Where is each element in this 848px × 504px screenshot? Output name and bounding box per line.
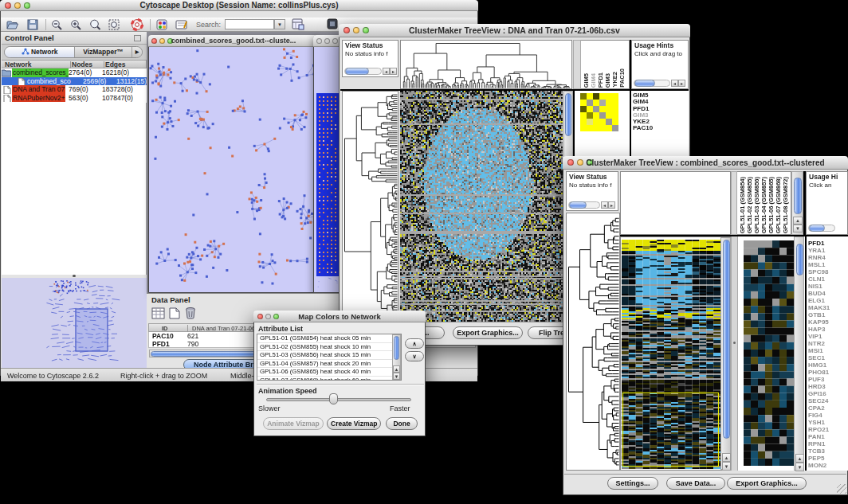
column-label[interactable]: GPL51-03 (GSM856) <box>753 177 760 233</box>
attribute-browser-icon[interactable] <box>292 18 304 30</box>
scrollbar-thumb[interactable] <box>723 240 730 439</box>
matrix-cell[interactable] <box>593 119 599 125</box>
speed-slider-thumb[interactable] <box>329 393 338 404</box>
new-attribute-icon[interactable] <box>169 307 180 319</box>
scroll-right-icon[interactable]: ▸ <box>390 68 397 75</box>
gene-label[interactable]: RPN1 <box>808 440 846 447</box>
annotation-icon[interactable] <box>175 19 188 30</box>
gene-label[interactable]: SPC98 <box>808 268 846 275</box>
matrix-cell[interactable] <box>587 106 593 112</box>
heatmap-vscrollbar[interactable]: ▲ ▼ <box>720 237 731 470</box>
attribute-list-item[interactable]: GPL51-06 (GSM865) heat shock 40 min <box>257 368 401 377</box>
gene-label[interactable]: GTB1 <box>808 311 846 318</box>
gene-label[interactable]: HMG1 <box>808 361 846 369</box>
matrix-cell[interactable] <box>612 125 618 131</box>
column-tree-scroll-strip[interactable] <box>573 40 581 89</box>
scroll-right-icon[interactable]: ▸ <box>678 80 685 87</box>
matrix-cell[interactable] <box>599 125 606 131</box>
panel-splitter[interactable] <box>731 236 738 471</box>
open-file-icon[interactable] <box>6 19 18 30</box>
matrix-cell[interactable] <box>599 100 606 106</box>
speed-slider-track[interactable] <box>266 398 411 401</box>
matrix-cell[interactable] <box>587 93 593 100</box>
done-button[interactable]: Done <box>386 417 418 430</box>
scroll-right-icon[interactable]: ▸ <box>608 201 615 209</box>
gene-label[interactable]: CPA2 <box>808 404 846 412</box>
float-panel-icon[interactable] <box>134 35 141 41</box>
matrix-cell[interactable] <box>580 93 587 100</box>
mini-hscrollbar[interactable] <box>568 201 600 209</box>
zoom-window-icon[interactable] <box>332 38 338 44</box>
matrix-cell[interactable] <box>606 119 612 125</box>
mini-hscrollbar[interactable] <box>344 68 382 75</box>
vizmapper-icon[interactable] <box>156 19 168 30</box>
gene-label[interactable]: NTR2 <box>808 340 846 347</box>
help-icon[interactable] <box>131 18 143 31</box>
matrix-cell[interactable] <box>587 119 593 125</box>
column-label[interactable]: GIM4 <box>590 73 597 88</box>
scroll-up-icon[interactable]: ▲ <box>793 217 803 225</box>
tab-network[interactable]: Network <box>5 47 75 57</box>
gene-label[interactable]: MON2 <box>808 462 846 469</box>
column-label[interactable]: GPL51-02 (GSM855) <box>746 177 753 233</box>
scroll-left-icon[interactable]: ◂ <box>601 201 608 209</box>
save-data-button[interactable]: Save Data... <box>666 477 725 490</box>
resize-grip[interactable] <box>837 484 846 494</box>
gene-label[interactable]: VIP1 <box>808 333 846 340</box>
matrix-cell[interactable] <box>599 119 606 125</box>
data-col-attr[interactable]: DNA and Tran 07-21-06 <box>192 325 255 332</box>
matrix-cell[interactable] <box>580 125 587 131</box>
matrix-cell[interactable] <box>587 100 593 106</box>
close-icon[interactable] <box>316 38 322 44</box>
matrix-cell[interactable] <box>606 112 612 119</box>
treeview2-titlebar[interactable]: ClusterMaker TreeView : combined_scores_… <box>563 156 848 170</box>
matrix-cell[interactable] <box>606 125 612 131</box>
save-icon[interactable] <box>27 19 38 30</box>
network-table-row[interactable]: RNAPuberNov2+563(0)107847(0) <box>2 94 147 103</box>
gene-label[interactable]: MAK31 <box>808 304 846 311</box>
attribute-list-item[interactable]: GPL51-03 (GSM856) heat shock 15 min <box>257 351 401 360</box>
scroll-down-icon[interactable]: ▼ <box>795 463 804 471</box>
delete-attribute-icon[interactable] <box>185 307 196 319</box>
network-table-row[interactable]: combined_scores_2764(0)16218(0) <box>2 68 147 77</box>
attribute-list-item[interactable]: GPL51-04 (GSM857) heat shock 20 min <box>257 360 401 369</box>
col-header-edges[interactable]: Edges <box>105 61 126 68</box>
gene-label[interactable]: HAP3 <box>808 326 846 333</box>
splitter-handle[interactable] <box>733 342 736 344</box>
matrix-cell[interactable] <box>593 112 599 119</box>
scrollbar-thumb[interactable] <box>796 244 803 275</box>
network-view-canvas[interactable] <box>149 47 318 292</box>
tab-overflow-button[interactable]: ▶ <box>132 47 142 57</box>
gene-label[interactable]: YSH1 <box>808 419 846 426</box>
attribute-list-item[interactable]: GPL51-07 (GSM868) heat shock 60 min <box>257 377 401 381</box>
matrix-cell[interactable] <box>612 112 618 119</box>
main-titlebar[interactable]: Cytoscape Desktop (Session Name: collins… <box>0 0 478 11</box>
gene-label[interactable]: KAP95 <box>808 318 846 326</box>
gene-label[interactable]: PEP5 <box>808 455 846 462</box>
export-graphics-button[interactable]: Export Graphics... <box>453 326 523 339</box>
create-vizmap-button[interactable]: Create Vizmap <box>327 417 381 430</box>
column-label[interactable]: GPL51-08 (GSM872) <box>782 177 789 233</box>
attribute-list-item[interactable]: GPL51-01 (GSM854) heat shock 05 min <box>257 334 401 343</box>
scrollbar-thumb[interactable] <box>634 80 655 87</box>
plugin-icon[interactable] <box>327 18 339 30</box>
gene-label[interactable]: SEC24 <box>808 397 846 404</box>
network-table-row[interactable]: combined_sco2569(6)13112(15) <box>2 77 147 86</box>
move-down-button[interactable]: ∨ <box>405 351 424 361</box>
zoom-out-icon[interactable] <box>51 19 63 31</box>
gene-label[interactable]: RNR4 <box>808 254 846 261</box>
splitter-handle[interactable] <box>73 275 76 277</box>
matrix-cell[interactable] <box>612 119 618 125</box>
matrix-cell[interactable] <box>587 125 593 131</box>
scroll-left-icon[interactable]: ◂ <box>383 68 390 75</box>
move-up-button[interactable]: ∧ <box>405 338 424 349</box>
matrix-cell[interactable] <box>580 112 587 119</box>
gene-label[interactable]: SEC1 <box>808 354 846 361</box>
gene-label[interactable]: TCB3 <box>808 447 846 455</box>
gene-label[interactable]: PHO81 <box>808 369 846 376</box>
gene-label[interactable]: NIS1 <box>808 283 846 290</box>
scroll-down-icon[interactable]: ▼ <box>722 462 731 471</box>
gene-label[interactable]: CLN1 <box>808 275 846 283</box>
matrix-cell[interactable] <box>599 112 606 119</box>
network-table-row[interactable]: DNA and Tran 07769(0)183728(0) <box>2 85 147 94</box>
